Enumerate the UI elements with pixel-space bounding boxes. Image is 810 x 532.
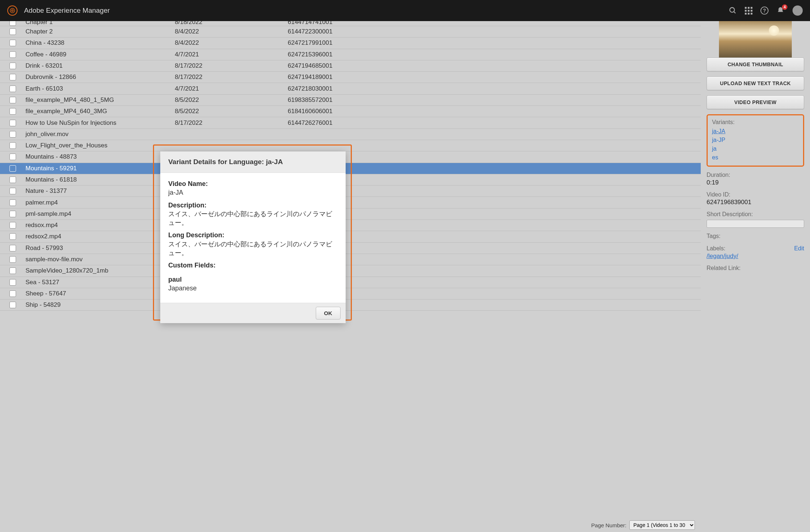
table-row[interactable]: Road - 57993 bbox=[0, 243, 701, 254]
table-row[interactable]: palmer.mp43 bbox=[0, 197, 701, 208]
row-checkbox[interactable] bbox=[9, 63, 16, 69]
user-avatar[interactable] bbox=[793, 5, 803, 16]
table-row[interactable]: Chapter 18/18/20226144714741001 bbox=[0, 21, 701, 26]
table-row[interactable]: Chapter 28/4/20226144722300001 bbox=[0, 26, 701, 37]
row-checkbox[interactable] bbox=[9, 279, 16, 286]
edit-labels-link[interactable]: Edit bbox=[794, 245, 804, 252]
row-checkbox[interactable] bbox=[9, 97, 16, 103]
variant-link[interactable]: ja-JP bbox=[712, 136, 799, 144]
table-row[interactable]: pml-sample.mp4 bbox=[0, 209, 701, 220]
table-row[interactable]: Mountains - 61818 bbox=[0, 174, 701, 186]
table-row[interactable]: Mountains - 59291 bbox=[0, 163, 701, 174]
app-header: Adobe Experience Manager ? 4 bbox=[0, 0, 810, 21]
ok-button[interactable]: OK bbox=[316, 307, 341, 319]
table-row[interactable]: China - 432388/4/20226247217991001 bbox=[0, 37, 701, 49]
notifications-icon[interactable]: 4 bbox=[776, 7, 785, 15]
tags-group: Tags: bbox=[707, 233, 804, 240]
video-name-label: Video Name: bbox=[168, 179, 338, 188]
variant-link[interactable]: ja-JA bbox=[712, 127, 799, 136]
labels-group: Labels: Edit /legan/judy/ bbox=[707, 245, 804, 260]
table-row[interactable]: redsox2.mp4 bbox=[0, 231, 701, 242]
relatedlink-label: Related Link: bbox=[707, 265, 804, 271]
table-row[interactable]: Drink - 632018/17/20226247194685001 bbox=[0, 60, 701, 72]
table-row[interactable]: file_example_MP4_640_3MG8/5/202261841606… bbox=[0, 106, 701, 117]
video-id-cell: 6247194189001 bbox=[288, 74, 697, 81]
pagination: Page Number: Page 1 (Videos 1 to 30 ) bbox=[0, 517, 701, 532]
table-row[interactable]: Earth - 651034/7/20216247218030001 bbox=[0, 83, 701, 94]
row-checkbox[interactable] bbox=[9, 120, 16, 126]
row-checkbox[interactable] bbox=[9, 165, 16, 172]
help-icon[interactable]: ? bbox=[760, 7, 768, 15]
row-checkbox[interactable] bbox=[9, 28, 16, 35]
video-name-cell: SampleVideo_1280x720_1mb bbox=[25, 267, 175, 274]
row-checkbox[interactable] bbox=[9, 199, 16, 206]
row-checkbox[interactable] bbox=[9, 154, 16, 160]
row-checkbox[interactable] bbox=[9, 256, 16, 263]
row-checkbox[interactable] bbox=[9, 21, 16, 26]
row-checkbox[interactable] bbox=[9, 222, 16, 229]
table-row[interactable]: Ship - 548294/7/20216247215803001 bbox=[0, 299, 701, 311]
video-id-cell: 6247195745001 bbox=[288, 290, 697, 297]
duration-label: Duration: bbox=[707, 172, 804, 178]
row-checkbox[interactable] bbox=[9, 131, 16, 138]
search-icon[interactable] bbox=[729, 7, 737, 15]
video-name-cell: How to Use NuSpin for Injections bbox=[25, 119, 175, 127]
row-checkbox[interactable] bbox=[9, 233, 16, 240]
long-description-value: スイス、バーゼルの中心部にあるライン川のパノラマビュー。 bbox=[168, 240, 338, 258]
page-select[interactable]: Page 1 (Videos 1 to 30 ) bbox=[629, 520, 695, 530]
video-name-cell: Earth - 65103 bbox=[25, 85, 175, 92]
video-name-cell: China - 43238 bbox=[25, 39, 175, 47]
video-name-cell: Sheep - 57647 bbox=[25, 290, 175, 297]
duration-value: 0:19 bbox=[707, 179, 804, 186]
table-row[interactable]: Sea - 53127 bbox=[0, 277, 701, 288]
table-row[interactable]: Mountains - 48873 bbox=[0, 151, 701, 163]
row-checkbox[interactable] bbox=[9, 142, 16, 149]
table-row[interactable]: How to Use NuSpin for Injections8/17/202… bbox=[0, 117, 701, 128]
apps-waffle-icon[interactable] bbox=[745, 7, 752, 15]
variant-details-modal: Variant Details for Language: ja-JA Vide… bbox=[160, 151, 346, 323]
table-row[interactable]: Sheep - 576474/7/20216247195745001 bbox=[0, 288, 701, 299]
content-area: Chapter 18/18/20226144714741001Chapter 2… bbox=[0, 21, 810, 532]
row-checkbox[interactable] bbox=[9, 40, 16, 46]
details-sidebar: CHANGE THUMBNAIL UPLOAD NEW TEXT TRACK V… bbox=[701, 21, 810, 532]
table-row[interactable]: Nature - 31377 bbox=[0, 186, 701, 197]
custom-fields-label: Custom Fields: bbox=[168, 261, 338, 270]
row-checkbox[interactable] bbox=[9, 267, 16, 274]
row-checkbox[interactable] bbox=[9, 245, 16, 251]
row-checkbox[interactable] bbox=[9, 211, 16, 217]
shortdesc-group: Short Description: bbox=[707, 211, 804, 228]
table-row[interactable]: Coffee - 469894/7/20216247215396001 bbox=[0, 49, 701, 60]
row-checkbox[interactable] bbox=[9, 188, 16, 194]
video-id-cell: 6247218030001 bbox=[288, 85, 697, 92]
variant-link[interactable]: es bbox=[712, 153, 799, 162]
video-preview-button[interactable]: VIDEO PREVIEW bbox=[707, 95, 804, 109]
video-name-cell: Mountains - 48873 bbox=[25, 153, 175, 160]
row-checkbox[interactable] bbox=[9, 108, 16, 115]
row-checkbox[interactable] bbox=[9, 86, 16, 92]
video-id-cell: 6247215803001 bbox=[288, 301, 697, 309]
row-checkbox[interactable] bbox=[9, 51, 16, 58]
video-name-cell: file_example_MP4_480_1_5MG bbox=[25, 96, 175, 104]
upload-text-track-button[interactable]: UPLOAD NEW TEXT TRACK bbox=[707, 76, 804, 90]
row-checkbox[interactable] bbox=[9, 302, 16, 308]
table-row[interactable]: Low_Flight_over_the_Houses bbox=[0, 140, 701, 151]
row-checkbox[interactable] bbox=[9, 290, 16, 297]
table-row[interactable]: sample-mov-file.mov bbox=[0, 254, 701, 265]
label-path-link[interactable]: /legan/judy/ bbox=[707, 253, 738, 259]
change-thumbnail-button[interactable]: CHANGE THUMBNAIL bbox=[707, 57, 804, 71]
svg-point-0 bbox=[10, 8, 15, 13]
table-row[interactable]: redsox.mp4 bbox=[0, 220, 701, 231]
shortdesc-input[interactable] bbox=[707, 220, 804, 228]
aem-logo-icon[interactable] bbox=[7, 5, 17, 16]
table-row[interactable]: john_oliver.mov bbox=[0, 129, 701, 140]
variant-link[interactable]: ja bbox=[712, 144, 799, 153]
table-row[interactable]: SampleVideo_1280x720_1mb bbox=[0, 265, 701, 277]
row-checkbox[interactable] bbox=[9, 176, 16, 183]
table-row[interactable]: Dubrovnik - 128668/17/20226247194189001 bbox=[0, 72, 701, 83]
row-checkbox[interactable] bbox=[9, 74, 16, 80]
description-value: スイス、バーゼルの中心部にあるライン川のパノラマビュー。 bbox=[168, 210, 338, 227]
video-thumbnail bbox=[719, 21, 792, 57]
app-title: Adobe Experience Manager bbox=[24, 7, 110, 15]
table-row[interactable]: file_example_MP4_480_1_5MG8/5/2022619838… bbox=[0, 95, 701, 106]
video-id-cell: 6184160606001 bbox=[288, 108, 697, 115]
